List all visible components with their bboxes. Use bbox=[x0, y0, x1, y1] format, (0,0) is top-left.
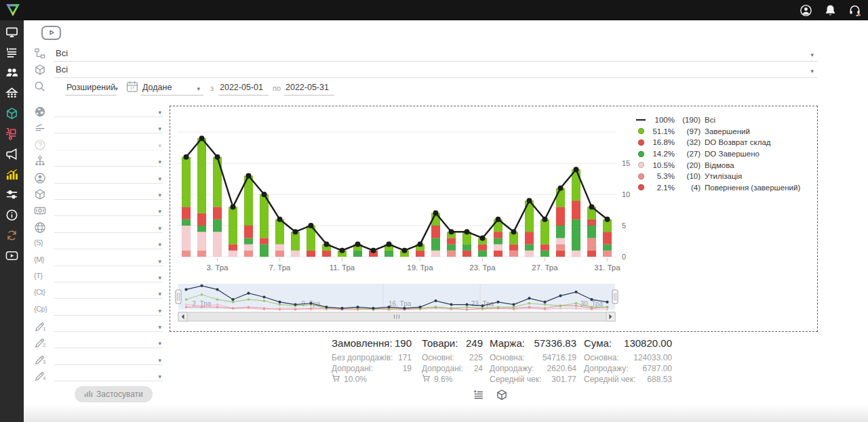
legend-item[interactable]: 16.8%(32)DO Возврат склад bbox=[635, 137, 800, 148]
nav-handle-right[interactable] bbox=[612, 290, 618, 303]
sidebar-item-orders[interactable] bbox=[0, 42, 24, 62]
chart-navigator[interactable]: 2. Тра9. Тра16. Тра23. Тра30. Тра bbox=[176, 284, 618, 311]
support-icon[interactable] bbox=[848, 4, 861, 17]
chevron-down-icon[interactable]: ▾ bbox=[158, 324, 161, 331]
chevron-down-icon[interactable]: ▾ bbox=[158, 373, 161, 380]
chevron-down-icon[interactable]: ▾ bbox=[158, 357, 161, 364]
chart-bars[interactable] bbox=[182, 138, 612, 257]
filter-select-1[interactable]: ▾ bbox=[34, 104, 163, 121]
data-point[interactable] bbox=[527, 198, 532, 203]
data-point[interactable] bbox=[231, 204, 236, 209]
chart-scrollbar[interactable] bbox=[178, 312, 615, 321]
sidebar-item-settings[interactable] bbox=[0, 184, 24, 205]
filter-select-8[interactable]: ▾ bbox=[34, 220, 163, 236]
data-point[interactable] bbox=[558, 186, 564, 191]
data-point[interactable] bbox=[387, 242, 392, 247]
nav-handle-left[interactable] bbox=[176, 290, 181, 303]
data-point[interactable] bbox=[574, 167, 579, 172]
data-point[interactable] bbox=[511, 229, 517, 234]
filter-select-4[interactable]: ▾ bbox=[34, 154, 163, 170]
legend-item[interactable]: 14.2%(27)DO Завершено bbox=[635, 148, 800, 160]
orders-list-toggle-icon[interactable] bbox=[473, 389, 485, 401]
chevron-down-icon[interactable]: ▾ bbox=[158, 308, 161, 314]
data-point[interactable] bbox=[293, 229, 298, 234]
sidebar-item-marketing[interactable] bbox=[0, 144, 24, 164]
sidebar-item-video-tutorials[interactable] bbox=[0, 245, 24, 266]
chevron-down-icon[interactable]: ▾ bbox=[158, 258, 161, 265]
legend-item[interactable]: 5.3%(10)Утилізація bbox=[635, 171, 800, 182]
sidebar-item-dashboard[interactable] bbox=[0, 22, 24, 42]
sidebar-item-shipping[interactable] bbox=[0, 123, 24, 144]
sidebar-item-sync[interactable] bbox=[0, 225, 24, 245]
filter-select-5[interactable]: ▾ bbox=[34, 171, 163, 187]
chevron-down-icon[interactable]: ▾ bbox=[158, 142, 161, 149]
tutorial-video-button[interactable] bbox=[41, 26, 61, 40]
filter-select-3[interactable]: ▾ bbox=[34, 138, 163, 154]
sidebar-item-clients[interactable] bbox=[0, 62, 24, 83]
data-point[interactable] bbox=[433, 211, 439, 216]
filter-select-14[interactable]: 1▾ bbox=[34, 319, 163, 335]
chevron-down-icon[interactable]: ▾ bbox=[158, 125, 161, 132]
calendar-icon[interactable]: 17 bbox=[126, 81, 138, 93]
date-from-input[interactable]: 2022-05-01 bbox=[218, 80, 269, 96]
data-point[interactable] bbox=[355, 242, 361, 247]
filter-select-7[interactable]: ▾ bbox=[34, 203, 163, 219]
profile-icon[interactable] bbox=[800, 4, 812, 17]
data-point[interactable] bbox=[542, 217, 548, 222]
filter-select-17[interactable]: 4▾ bbox=[34, 368, 163, 385]
filter-select-11[interactable]: {T}▾ bbox=[34, 270, 163, 286]
chevron-down-icon[interactable]: ▾ bbox=[158, 208, 161, 215]
notifications-icon[interactable] bbox=[824, 4, 837, 17]
date-to-input[interactable]: 2022-05-31 bbox=[284, 80, 334, 96]
chevron-down-icon[interactable]: ▾ bbox=[158, 175, 161, 182]
chevron-down-icon[interactable]: ▾ bbox=[810, 51, 814, 58]
chevron-down-icon[interactable]: ▾ bbox=[158, 109, 161, 116]
search-mode-select[interactable]: Розширений ▾ bbox=[65, 80, 117, 96]
data-point[interactable] bbox=[605, 217, 610, 222]
chevron-down-icon[interactable]: ▾ bbox=[810, 68, 814, 75]
chevron-down-icon[interactable]: ▾ bbox=[158, 225, 161, 232]
filter-select-10[interactable]: {M}▾ bbox=[34, 253, 163, 270]
filter-select-6[interactable]: ▾ bbox=[34, 187, 163, 203]
filter-select-16[interactable]: 3▾ bbox=[34, 352, 163, 368]
filter-select-15[interactable]: 2▾ bbox=[34, 335, 163, 352]
data-point[interactable] bbox=[184, 154, 189, 160]
product-select[interactable]: Всі ▾ bbox=[54, 62, 817, 78]
chevron-down-icon[interactable]: ▾ bbox=[115, 85, 118, 92]
data-point[interactable] bbox=[589, 204, 595, 209]
products-toggle-icon[interactable] bbox=[496, 389, 508, 401]
chevron-down-icon[interactable]: ▾ bbox=[158, 192, 161, 198]
chevron-down-icon[interactable]: ▾ bbox=[158, 274, 161, 281]
sidebar-item-products[interactable] bbox=[0, 103, 24, 123]
data-point[interactable] bbox=[418, 242, 423, 247]
data-point[interactable] bbox=[215, 154, 220, 160]
data-point[interactable] bbox=[449, 229, 454, 234]
sidebar-item-warehouse[interactable] bbox=[0, 83, 24, 103]
data-point[interactable] bbox=[480, 235, 486, 240]
data-point[interactable] bbox=[246, 173, 252, 178]
legend-item[interactable]: 10.5%(20)Відмова bbox=[635, 159, 800, 171]
source-select[interactable]: Всі ▾ bbox=[54, 46, 817, 62]
chevron-down-icon[interactable]: ▾ bbox=[158, 241, 161, 248]
data-point[interactable] bbox=[277, 217, 283, 222]
legend-item[interactable]: 100%(190)Всі bbox=[635, 114, 800, 126]
data-point[interactable] bbox=[199, 135, 205, 141]
data-point[interactable] bbox=[496, 217, 501, 222]
filter-select-9[interactable]: {S}▾ bbox=[34, 236, 163, 253]
data-point[interactable] bbox=[465, 229, 470, 234]
apply-button[interactable]: Застосувати bbox=[75, 386, 153, 402]
sidebar-item-about[interactable] bbox=[0, 205, 24, 225]
data-point[interactable] bbox=[371, 248, 376, 253]
data-point[interactable] bbox=[340, 248, 345, 253]
chevron-down-icon[interactable]: ▾ bbox=[158, 340, 161, 347]
chevron-down-icon[interactable]: ▾ bbox=[158, 159, 161, 165]
data-point[interactable] bbox=[262, 192, 267, 197]
data-point[interactable] bbox=[324, 242, 330, 247]
chevron-down-icon[interactable]: ▾ bbox=[158, 291, 161, 297]
filter-select-12[interactable]: {Ct}▾ bbox=[34, 286, 163, 302]
legend-item[interactable]: 51.1%(97)Завершений bbox=[635, 126, 800, 138]
date-field-select[interactable]: Додане ▾ bbox=[141, 80, 203, 96]
filter-select-2[interactable]: ▾ bbox=[34, 121, 163, 137]
data-point[interactable] bbox=[402, 248, 408, 253]
data-point[interactable] bbox=[309, 223, 314, 228]
